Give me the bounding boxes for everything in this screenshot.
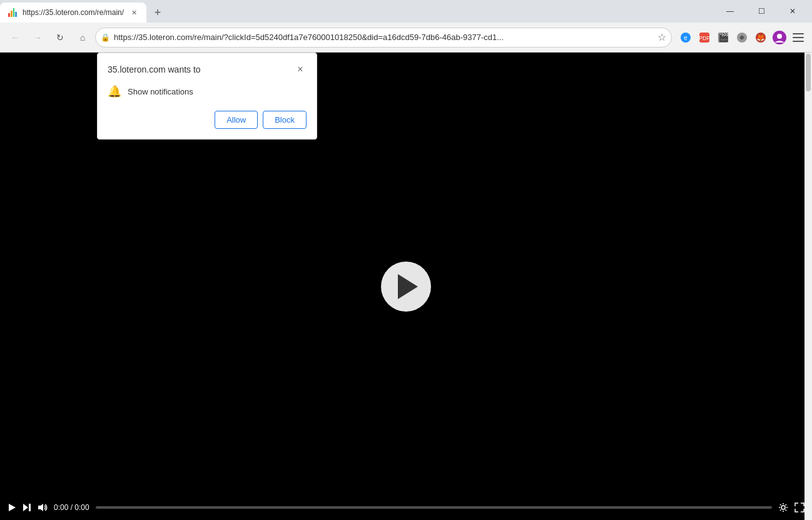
play-triangle-icon <box>398 274 418 299</box>
maximize-button[interactable]: ☐ <box>747 0 776 23</box>
tab-close-button[interactable]: ✕ <box>129 8 139 18</box>
svg-rect-16 <box>29 504 31 511</box>
svg-point-18 <box>781 506 785 509</box>
popup-header: 35.loteron.com wants to × <box>108 63 307 76</box>
minimize-button[interactable]: — <box>716 0 744 23</box>
refresh-button[interactable]: ↻ <box>50 28 70 48</box>
video-skip-button[interactable] <box>23 503 31 512</box>
svg-point-10 <box>777 34 782 39</box>
home-icon: ⌂ <box>80 33 85 43</box>
video-right-controls <box>778 502 804 512</box>
tab-title: https://35.loteron.com/re/main/ <box>23 8 124 17</box>
active-tab[interactable]: https://35.loteron.com/re/main/ ✕ <box>0 3 146 23</box>
url-text: https://35.loteron.com/re/main/?clickId=… <box>114 33 654 42</box>
extension-icon-2[interactable]: PDF <box>696 29 713 46</box>
lock-icon: 🔒 <box>101 33 110 42</box>
allow-button[interactable]: Allow <box>215 111 258 129</box>
permission-text: Show notifications <box>128 87 193 96</box>
video-time-display: 0:00 / 0:00 <box>54 503 89 512</box>
home-button[interactable]: ⌂ <box>73 28 93 48</box>
refresh-icon: ↻ <box>56 33 64 43</box>
notification-permission-popup: 35.loteron.com wants to × 🔔 Show notific… <box>97 53 317 140</box>
close-window-button[interactable]: ✕ <box>778 0 807 23</box>
bell-icon: 🔔 <box>108 84 121 98</box>
new-tab-button[interactable]: + <box>149 4 166 21</box>
svg-marker-17 <box>38 504 43 511</box>
svg-rect-12 <box>793 37 804 38</box>
video-fullscreen-button[interactable] <box>794 502 804 512</box>
scrollbar-thumb[interactable] <box>806 54 811 91</box>
video-controls-bar: 0:00 / 0:00 <box>0 495 812 520</box>
extension-icon-3[interactable]: 🎬 <box>714 29 732 46</box>
extensions-area: e PDF 🎬 🦊 <box>677 29 807 46</box>
svg-text:PDF: PDF <box>699 35 710 41</box>
chrome-menu-button[interactable] <box>789 29 807 46</box>
tab-bar: https://35.loteron.com/re/main/ ✕ + — ☐ … <box>0 0 812 23</box>
popup-close-button[interactable]: × <box>294 63 307 76</box>
svg-rect-11 <box>793 33 804 34</box>
extension-icon-4[interactable] <box>733 29 751 46</box>
svg-marker-15 <box>23 504 28 511</box>
popup-buttons: Allow Block <box>108 111 307 129</box>
forward-button[interactable]: → <box>28 28 48 48</box>
account-button[interactable] <box>771 29 788 46</box>
video-play-button[interactable] <box>8 503 16 512</box>
svg-text:🎬: 🎬 <box>718 32 729 43</box>
page-scrollbar[interactable] <box>804 53 812 520</box>
bookmark-star-icon[interactable]: ☆ <box>657 31 666 43</box>
extension-icon-1[interactable]: e <box>677 29 694 46</box>
chrome-window: https://35.loteron.com/re/main/ ✕ + — ☐ … <box>0 0 812 520</box>
block-button[interactable]: Block <box>263 111 307 129</box>
address-bar[interactable]: 🔒 https://35.loteron.com/re/main/?clickI… <box>95 28 672 48</box>
back-button[interactable]: ← <box>5 28 25 48</box>
svg-rect-13 <box>793 41 804 42</box>
svg-text:e: e <box>684 34 688 41</box>
svg-text:🦊: 🦊 <box>756 33 765 42</box>
popup-title: 35.loteron.com wants to <box>108 64 201 74</box>
tab-favicon-icon <box>8 8 18 18</box>
svg-marker-14 <box>9 504 16 511</box>
play-button[interactable] <box>381 262 431 312</box>
browser-toolbar: ← → ↻ ⌂ 🔒 https://35.loteron.com/re/main… <box>0 23 812 53</box>
content-area: 0:00 / 0:00 35.loteron.com wants to <box>0 53 812 520</box>
window-controls: — ☐ ✕ <box>711 0 812 23</box>
extension-icon-5[interactable]: 🦊 <box>752 29 769 46</box>
video-settings-button[interactable] <box>778 502 788 512</box>
video-mute-button[interactable] <box>38 503 48 512</box>
video-progress-bar[interactable] <box>96 506 772 509</box>
back-icon: ← <box>11 33 19 43</box>
popup-permission-row: 🔔 Show notifications <box>108 84 307 98</box>
forward-icon: → <box>33 33 42 43</box>
